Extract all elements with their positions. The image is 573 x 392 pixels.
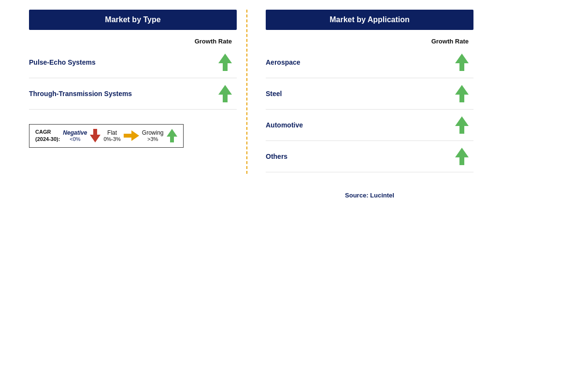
- legend-flat-text: Flat: [107, 129, 117, 136]
- legend-growing-group: Growing >3%: [142, 129, 164, 142]
- list-item: Through-Transmission Systems: [29, 78, 237, 110]
- legend-cagr-label: CAGR(2024-30):: [35, 128, 60, 143]
- legend-flat-sub: 0%-3%: [103, 136, 120, 142]
- list-item: Automotive: [266, 110, 473, 141]
- legend-box: CAGR(2024-30): Negative <0% Flat 0%-3% G…: [29, 124, 184, 148]
- source-text: Source: Lucintel: [266, 192, 473, 199]
- up-arrow-icon: [218, 54, 232, 71]
- left-growth-rate-label: Growth Rate: [29, 38, 237, 45]
- list-item: Steel: [266, 78, 473, 110]
- legend-negative-sub: <0%: [70, 136, 80, 142]
- left-panel-header: Market by Type: [29, 10, 237, 30]
- legend-growing-sub: >3%: [147, 136, 158, 142]
- down-arrow-icon: [90, 129, 100, 142]
- right-arrow-icon: [124, 130, 139, 141]
- list-item: Pulse-Echo Systems: [29, 47, 237, 78]
- list-item: Aerospace: [266, 47, 473, 78]
- left-panel: Market by Type Growth Rate Pulse-Echo Sy…: [29, 10, 237, 199]
- legend-negative-text: Negative: [63, 129, 87, 136]
- others-label: Others: [266, 153, 287, 160]
- right-panel: Market by Application Growth Rate Aerosp…: [266, 10, 473, 199]
- up-arrow-icon: [455, 85, 469, 102]
- right-growth-rate-label: Growth Rate: [266, 38, 473, 45]
- up-arrow-legend-icon: [167, 129, 177, 142]
- legend-growing-text: Growing: [142, 129, 164, 136]
- up-arrow-icon: [455, 54, 469, 71]
- right-panel-header: Market by Application: [266, 10, 473, 30]
- divider: [246, 10, 247, 174]
- automotive-label: Automotive: [266, 121, 303, 129]
- up-arrow-icon: [218, 85, 232, 102]
- aerospace-label: Aerospace: [266, 58, 301, 66]
- list-item: Others: [266, 141, 473, 172]
- pulse-echo-label: Pulse-Echo Systems: [29, 58, 96, 66]
- legend-negative-group: Negative <0%: [63, 129, 87, 142]
- up-arrow-icon: [455, 116, 469, 134]
- steel-label: Steel: [266, 90, 282, 98]
- up-arrow-icon: [455, 148, 469, 165]
- legend-flat-group: Flat 0%-3%: [103, 129, 120, 142]
- through-transmission-label: Through-Transmission Systems: [29, 90, 132, 98]
